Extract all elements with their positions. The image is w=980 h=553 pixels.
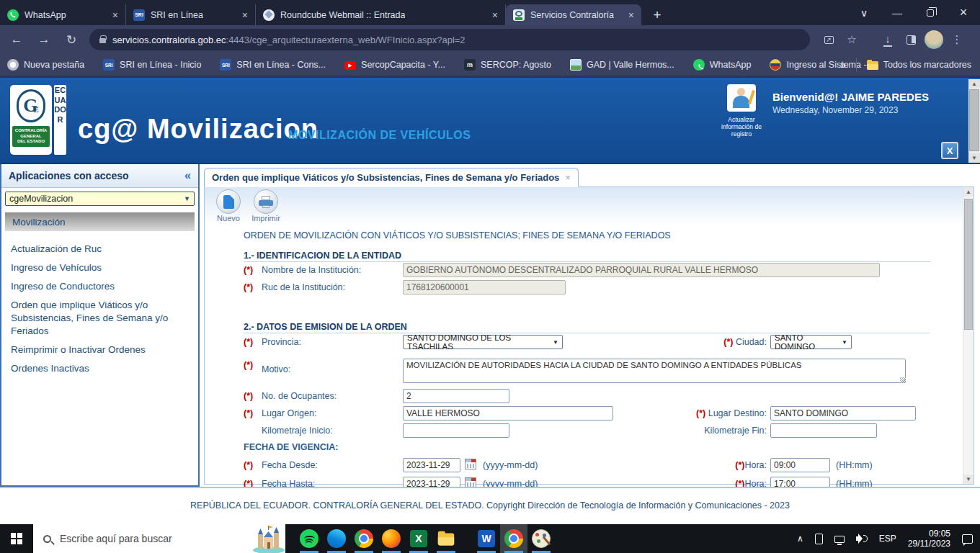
- ocupantes-input[interactable]: [403, 389, 509, 403]
- sidebar-group-movilizacion[interactable]: Movilización: [5, 212, 195, 231]
- taskbar-word[interactable]: W: [473, 524, 500, 553]
- taskbar-spotify[interactable]: [295, 524, 323, 553]
- hora-desde-input[interactable]: [770, 458, 830, 472]
- browser-menu-button[interactable]: ⋮: [947, 30, 967, 50]
- lugar-destino-input[interactable]: [770, 406, 916, 421]
- minimize-button[interactable]: —: [881, 0, 914, 25]
- start-button[interactable]: [0, 524, 33, 553]
- collapse-sidebar-icon[interactable]: «: [184, 169, 191, 182]
- taskbar-paint[interactable]: [527, 524, 555, 553]
- address-bar[interactable]: servicios.contraloria.gob.ec:4443/cge_ar…: [89, 29, 810, 50]
- scroll-up-icon[interactable]: ▲: [968, 79, 980, 89]
- tab-sri[interactable]: SRI SRI en Línea ×: [126, 4, 256, 25]
- scrollbar-thumb[interactable]: [964, 199, 973, 330]
- calendar-icon[interactable]: [465, 459, 476, 469]
- language-indicator[interactable]: ESP: [879, 534, 896, 544]
- scroll-down-icon[interactable]: ▼: [968, 153, 980, 163]
- taskbar-clock[interactable]: 09:05 29/11/2023: [908, 529, 950, 549]
- sidebar-item-actualizacion-ruc[interactable]: Actualización de Ruc: [1, 240, 198, 258]
- sidebar-item-ordenes-inactivas[interactable]: Ordenes Inactivas: [1, 359, 198, 378]
- device-icon[interactable]: [815, 534, 823, 544]
- kilometraje-fin-input[interactable]: [770, 423, 877, 438]
- taskbar-search[interactable]: Escribe aquí para buscar: [33, 524, 285, 553]
- motivo-textarea[interactable]: MOVILIZACIÓN DE AUTORIDADES HACIA LA CIU…: [403, 359, 906, 383]
- search-highlight-image: [252, 524, 285, 553]
- taskbar-edge[interactable]: [323, 524, 350, 553]
- taskbar: Escribe aquí para buscar X W: [0, 524, 980, 553]
- tab-whatsapp[interactable]: WhatsApp ×: [0, 4, 126, 25]
- bookmark-label: Todos los marcadores: [883, 60, 971, 70]
- new-tab-button[interactable]: +: [647, 5, 667, 25]
- network-icon[interactable]: [834, 536, 845, 543]
- nuevo-button[interactable]: Nuevo: [212, 189, 245, 225]
- bookmarks-overflow-button[interactable]: »: [840, 59, 846, 71]
- tab-close-icon[interactable]: ×: [492, 10, 498, 20]
- bookmark-gad-valle-hermoso[interactable]: GAD | Valle Hermos...: [570, 59, 674, 71]
- bookmark-sercop-agosto[interactable]: mSERCOP: Agosto: [464, 59, 551, 71]
- lugar-origen-input[interactable]: [403, 406, 613, 421]
- resize-handle[interactable]: [900, 377, 906, 383]
- share-button[interactable]: ↗: [819, 30, 839, 50]
- form-row-kilometraje: Kilometraje Inicio: Kilometraje Fin:: [244, 426, 957, 441]
- bookmark-sercopcapacita[interactable]: ▶SercopCapacita - Y...: [344, 60, 445, 70]
- tab-title: Servicios Contraloría: [530, 10, 614, 20]
- kilometraje-inicio-input[interactable]: [403, 423, 509, 438]
- taskbar-chrome[interactable]: [350, 524, 378, 553]
- sidebar-item-ingreso-conductores[interactable]: Ingreso de Conductores: [1, 277, 198, 296]
- system-tray: ∧ ESP 09:05 29/11/2023: [797, 529, 980, 549]
- fecha-desde-input[interactable]: [403, 458, 460, 472]
- scroll-down-icon[interactable]: ▼: [963, 475, 974, 484]
- bookmarks-right: » Todos los marcadores: [840, 58, 971, 71]
- motivo-label: Motivo:: [262, 364, 290, 374]
- notification-center-icon[interactable]: [962, 534, 973, 544]
- header-scrollbar[interactable]: ▲ ▼: [968, 79, 980, 163]
- provincia-select[interactable]: SANTO DOMINGO DE LOS TSACHILAS ▼: [403, 335, 563, 349]
- logout-close-button[interactable]: X: [941, 142, 958, 159]
- ciudad-select[interactable]: SANTO DOMINGO ▼: [770, 335, 852, 349]
- taskbar-firefox[interactable]: [378, 524, 405, 553]
- content-tab-orden-viaticos[interactable]: Orden que implique Viáticos y/o Subsiste…: [204, 168, 579, 187]
- speaker-icon[interactable]: [856, 534, 868, 544]
- downloads-button[interactable]: ↓: [878, 30, 898, 50]
- side-panel-button[interactable]: [901, 30, 921, 50]
- required-marker: (*): [244, 265, 253, 275]
- imprimir-button[interactable]: Imprimir: [249, 189, 282, 225]
- bookmark-sri-inicio[interactable]: SRISRI en Línea - Inicio: [103, 59, 201, 71]
- reload-button[interactable]: ↻: [61, 29, 82, 50]
- tab-search-icon[interactable]: ∨: [847, 0, 881, 25]
- content-tab-close-icon[interactable]: ×: [565, 172, 571, 183]
- all-bookmarks-button[interactable]: Todos los marcadores: [867, 60, 971, 70]
- forward-button[interactable]: →: [33, 29, 55, 50]
- sidebar-item-orden-viaticos[interactable]: Orden que implique Viáticos y/o Subsiste…: [1, 296, 198, 341]
- tab-title: SRI en Línea: [151, 10, 203, 20]
- restore-button[interactable]: [914, 0, 947, 25]
- tab-close-icon[interactable]: ×: [628, 10, 634, 20]
- taskbar-excel[interactable]: X: [405, 524, 432, 553]
- bookmark-sri-consultas[interactable]: SRISRI en Línea - Cons...: [220, 59, 326, 71]
- taskbar-chrome-active[interactable]: [500, 524, 527, 553]
- scrollbar-thumb[interactable]: [969, 89, 979, 151]
- cge-emblem-icon: GE: [17, 89, 45, 122]
- update-registration-button[interactable]: [727, 84, 756, 112]
- tab-close-icon[interactable]: ×: [242, 10, 248, 20]
- bookmark-star-button[interactable]: ☆: [842, 30, 862, 50]
- profile-avatar[interactable]: [924, 30, 944, 50]
- tab-roundcube[interactable]: Roundcube Webmail :: Entrada ×: [256, 4, 506, 25]
- form-row-provincia: (*) Provincia: SANTO DOMINGO DE LOS TSAC…: [244, 337, 957, 353]
- taskbar-explorer[interactable]: [432, 524, 460, 553]
- update-registration-caption: Actualizar información de registro: [716, 116, 767, 138]
- tab-close-icon[interactable]: ×: [112, 10, 118, 20]
- form-scrollbar[interactable]: ▲ ▼: [963, 187, 974, 484]
- close-window-button[interactable]: ×: [947, 0, 980, 25]
- sidebar-item-ingreso-vehiculos[interactable]: Ingreso de Vehículos: [1, 258, 198, 277]
- back-button[interactable]: ←: [6, 29, 27, 50]
- sidebar-item-reimprimir-inactivar[interactable]: Reimprimir o Inactivar Ordenes: [1, 341, 198, 359]
- bookmark-whatsapp[interactable]: WhatsApp: [693, 59, 752, 71]
- bookmark-nueva-pestana[interactable]: Nueva pestaña: [7, 59, 84, 71]
- scroll-up-icon[interactable]: ▲: [963, 187, 974, 197]
- kilometraje-inicio-label: Kilometraje Inicio:: [262, 426, 333, 436]
- tab-servicios-contraloria[interactable]: Servicios Contraloría ×: [506, 4, 641, 25]
- tray-expand-icon[interactable]: ∧: [797, 534, 803, 544]
- application-select[interactable]: cgeMovilizacion ▼: [5, 192, 195, 206]
- chrome-gray-icon: [7, 59, 19, 71]
